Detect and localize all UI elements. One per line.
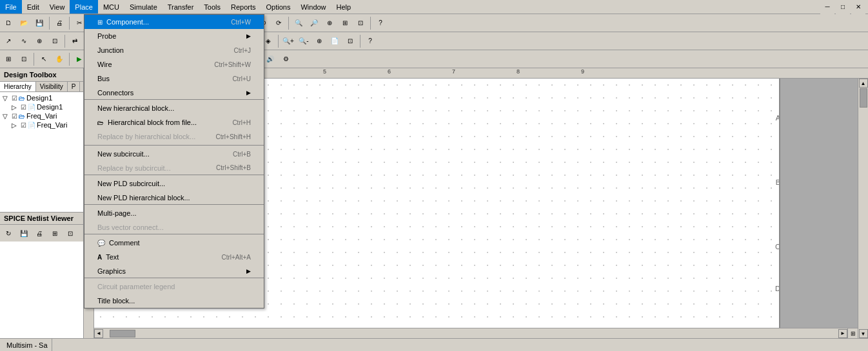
menu-help[interactable]: Help (331, 0, 357, 14)
menu-edit[interactable]: Edit (22, 0, 44, 14)
checkbox-freq[interactable]: ☑ (12, 113, 17, 120)
sep7 (370, 17, 371, 30)
checkbox-design1-child[interactable]: ☑ (21, 104, 26, 111)
tree-area: ▽ ☑ 🗁 Design1 ▷ ☑ 📄 Design1 ▽ ☑ 🗁 Freq_V… (0, 92, 83, 212)
sim-meter7[interactable]: 🔊 (263, 52, 277, 66)
minimize-btn[interactable]: ─ (820, 0, 834, 14)
graphics-arrow-icon: ▶ (246, 268, 251, 274)
menu-view[interactable]: View (44, 0, 70, 14)
zoom-fit-btn2[interactable]: ⊕ (312, 34, 326, 48)
menu-item-probe[interactable]: Probe ▶ (84, 29, 264, 43)
zoom-in-btn[interactable]: 🔍 (291, 16, 306, 30)
scrollbar-vertical[interactable]: ▲ ▼ (858, 79, 868, 338)
menu-tools[interactable]: Tools (199, 0, 226, 14)
scroll-up-btn[interactable]: ▲ (859, 79, 868, 88)
open-btn[interactable]: 📂 (17, 16, 31, 30)
scroll-h-track (103, 329, 838, 338)
maximize-btn[interactable]: □ (836, 0, 850, 14)
help-btn[interactable]: ? (373, 16, 388, 30)
menu-item-title-block[interactable]: Title block... (84, 294, 264, 308)
menu-item-new-hierarchical[interactable]: New hierarchical block... (84, 101, 264, 115)
menu-item-new-pld-hier[interactable]: New PLD hierarchical block... (84, 191, 264, 205)
menu-transfer[interactable]: Transfer (163, 0, 199, 14)
menu-item-new-subcircuit[interactable]: New subcircuit... Ctrl+B (84, 147, 264, 161)
menu-mcu[interactable]: MCU (98, 0, 124, 14)
menu-reports[interactable]: Reports (226, 0, 261, 14)
menu-item-text[interactable]: A Text Ctrl+Alt+A (84, 250, 264, 264)
zoom-out-btn[interactable]: 🔎 (307, 16, 321, 30)
hierfile-shortcut: Ctrl+H (232, 119, 251, 126)
ruler-mark-7: 7 (452, 68, 455, 75)
menu-file[interactable]: File (0, 0, 22, 14)
tab-hierarchy[interactable]: Hierarchy (0, 82, 36, 91)
checkbox-design1[interactable]: ☑ (12, 95, 17, 102)
menu-simulate[interactable]: Simulate (124, 0, 163, 14)
place-tb5[interactable]: ⇄ (68, 34, 82, 48)
zoom-in-btn2[interactable]: 🔍+ (281, 34, 295, 48)
tab-visibility[interactable]: Visibility (36, 82, 68, 91)
tb-help2[interactable]: ? (363, 34, 377, 48)
page-boundary (779, 79, 780, 338)
menu-place[interactable]: Place (70, 0, 98, 14)
print-btn[interactable]: 🖨 (52, 16, 66, 30)
menu-item-hier-from-file[interactable]: 🗁 Hierarchical block from file... Ctrl+H (84, 115, 264, 129)
sim-pointer-btn[interactable]: ↖ (37, 52, 51, 66)
tree-item-design1-child[interactable]: ▷ ☑ 📄 Design1 (1, 102, 82, 111)
spice-tb4[interactable]: ⊞ (48, 226, 62, 240)
save-btn[interactable]: 💾 (32, 16, 46, 30)
sim-hand-btn[interactable]: ✋ (52, 52, 66, 66)
zoom-sel-btn2[interactable]: ⊡ (343, 34, 357, 48)
menu-item-bus[interactable]: Bus Ctrl+U (84, 71, 264, 86)
sim-tb1[interactable]: ⊞ (1, 52, 15, 66)
scroll-h-thumb[interactable] (110, 330, 135, 337)
zoom-out-btn2[interactable]: 🔍- (297, 34, 311, 48)
menu-window[interactable]: Window (295, 0, 331, 14)
close-btn[interactable]: ✕ (851, 0, 865, 14)
zoom-fit-btn[interactable]: ⊕ (322, 16, 337, 30)
scroll-left-btn[interactable]: ◄ (94, 329, 103, 338)
tree-item-design1-root[interactable]: ▽ ☑ 🗁 Design1 (1, 93, 82, 102)
place-tb1[interactable]: ↗ (1, 34, 15, 48)
tb5-4[interactable]: ⟳ (271, 16, 286, 30)
scroll-down-btn[interactable]: ▼ (859, 329, 868, 338)
zoom-select-btn[interactable]: ⊞ (338, 16, 352, 30)
spice-tb5[interactable]: ⊡ (63, 226, 77, 240)
spreadsheet-icon[interactable]: ⊞ (847, 328, 858, 339)
menu-item-junction[interactable]: Junction Ctrl+J (84, 43, 264, 57)
tab-p[interactable]: P (68, 82, 81, 91)
zoom-page-btn[interactable]: 📄 (328, 34, 342, 48)
menu-item-replacehier-label: Replace by hierarchical block... (97, 133, 195, 140)
menu-item-new-pld-sub[interactable]: New PLD subcircuit... (84, 176, 264, 191)
menu-item-wire[interactable]: Wire Ctrl+Shift+W (84, 57, 264, 71)
component-shortcut: Ctrl+W (231, 19, 251, 26)
newsub-shortcut: Ctrl+B (233, 151, 251, 158)
new-btn[interactable]: 🗋 (1, 16, 15, 30)
panel-title: Design Toolbox (0, 68, 83, 82)
replacesub-shortcut: Ctrl+Shift+B (216, 164, 251, 171)
sim-meter8[interactable]: ⚙ (279, 52, 293, 66)
menu-item-connectors[interactable]: Connectors ▶ (84, 86, 264, 100)
menu-item-component[interactable]: ⊞ Component... Ctrl+W (84, 15, 264, 29)
tree-item-freq-vari[interactable]: ▽ ☑ 🗁 Freq_Vari (1, 111, 82, 120)
scrollbar-horizontal[interactable]: ◄ ► ⊞ (94, 328, 858, 338)
place-tb2[interactable]: ∿ (17, 34, 31, 48)
tree-item-freq-child[interactable]: ▷ ☑ 📄 Freq_Vari (1, 120, 82, 129)
place-tb4[interactable]: ⊡ (48, 34, 62, 48)
checkbox-freq-child[interactable]: ☑ (21, 122, 26, 129)
menu-options[interactable]: Options (261, 0, 296, 14)
sim-tb2[interactable]: ⊡ (17, 52, 31, 66)
menu-item-graphics[interactable]: Graphics ▶ (84, 264, 264, 278)
folder-icon-freq: 🗁 (19, 113, 25, 120)
zoom-full-btn[interactable]: ⊡ (353, 16, 368, 30)
spice-print-btn[interactable]: 🖨 (32, 226, 46, 240)
menu-item-connectors-label: Connectors (97, 89, 133, 97)
panel-tabs: Hierarchy Visibility P (0, 82, 83, 92)
spice-save-btn[interactable]: 💾 (17, 226, 31, 240)
scroll-right-btn[interactable]: ► (838, 329, 847, 338)
spice-refresh-btn[interactable]: ↻ (1, 226, 15, 240)
menu-item-comment[interactable]: 💬 Comment (84, 236, 264, 250)
scroll-thumb[interactable] (860, 88, 867, 108)
place-tb3[interactable]: ⊕ (32, 34, 46, 48)
menu-item-circuit-param: Circuit parameter legend (84, 280, 264, 294)
menu-item-multipage[interactable]: Multi-page... (84, 206, 264, 220)
